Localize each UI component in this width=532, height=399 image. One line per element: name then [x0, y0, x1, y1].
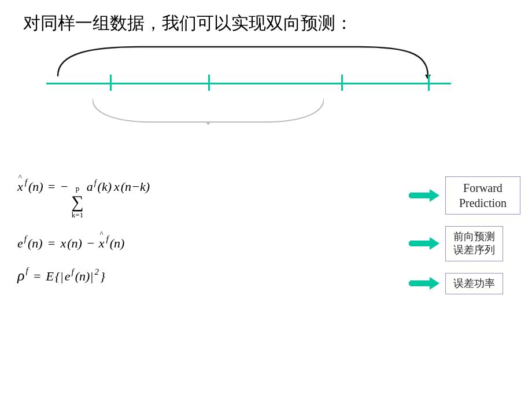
tick-4 [428, 75, 430, 91]
error-power-row: 误差功率 [409, 273, 520, 294]
forward-error-label: 前向预测 误差序列 [445, 226, 503, 261]
svg-rect-10 [409, 282, 412, 285]
svg-point-2 [207, 122, 210, 125]
equation-1-row: x ^ f (n) = − p ∑ k=1 a f (k) x (n−k) [17, 179, 353, 220]
timeline-area [29, 41, 503, 116]
forward-prediction-row: Forward Prediction [409, 176, 520, 215]
svg-rect-3 [410, 193, 432, 198]
arrow-icon-1 [409, 188, 441, 203]
equation-1: x ^ f (n) = − p ∑ k=1 a f (k) x (n−k) [17, 179, 150, 220]
svg-rect-6 [410, 241, 432, 246]
equation-3: ρ f = E {| e f (n)| 2 } [17, 267, 105, 285]
svg-rect-9 [410, 280, 432, 286]
forward-prediction-label: Forward Prediction [445, 176, 520, 215]
arrow-icon-2 [409, 236, 441, 251]
error-power-label: 误差功率 [445, 273, 503, 294]
forward-error-row: 前向预测 误差序列 [409, 226, 520, 261]
page-container: 对同样一组数据，我们可以实现双向预测： [0, 0, 532, 399]
backward-brace [93, 96, 312, 131]
svg-rect-4 [409, 194, 412, 197]
equation-2-row: e f (n) = x (n) − x ^ f (n) [17, 236, 353, 251]
page-title: 对同样一组数据，我们可以实现双向预测： [23, 12, 515, 35]
tick-1 [110, 75, 112, 91]
label-area: Forward Prediction 前向预测 误差序列 误差功率 [409, 176, 520, 294]
svg-marker-11 [430, 277, 439, 290]
svg-marker-8 [430, 237, 439, 250]
equations-area: x ^ f (n) = − p ∑ k=1 a f (k) x (n−k) [17, 179, 353, 301]
timeline-line [46, 83, 451, 84]
tick-3 [341, 75, 343, 91]
tick-2 [208, 75, 210, 91]
svg-marker-5 [430, 189, 439, 202]
svg-rect-7 [409, 242, 412, 245]
arrow-icon-3 [409, 276, 441, 291]
forward-brace [46, 41, 451, 79]
equation-3-row: ρ f = E {| e f (n)| 2 } [17, 267, 353, 285]
equation-2: e f (n) = x (n) − x ^ f (n) [17, 236, 124, 251]
